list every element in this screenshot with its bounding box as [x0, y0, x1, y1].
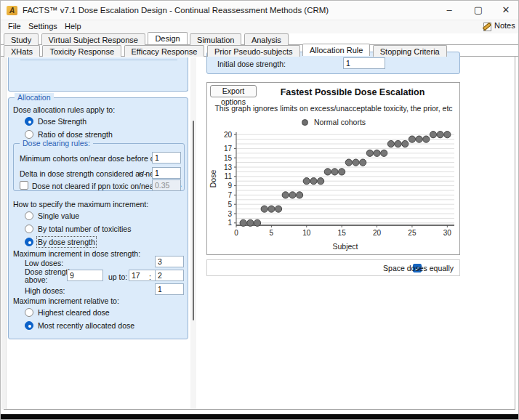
- menu-help[interactable]: Help: [65, 22, 81, 31]
- radio-ratio-dose-strength[interactable]: [25, 130, 33, 139]
- min-cohorts-input[interactable]: [152, 152, 181, 163]
- dose-clearing-rules-caption: Dose clearing rules:: [20, 139, 93, 148]
- mid-from-input[interactable]: [67, 270, 103, 281]
- increment-strength-label: Maximum increment in dose strength:: [13, 249, 140, 258]
- title-bar: A FACTS™ v7.1 Dose Escalation Design - C…: [1, 1, 518, 20]
- not-cleared-input: [152, 179, 181, 191]
- mid-colon-label: :: [149, 272, 151, 281]
- apply-to-label: Dose allocation rules apply to:: [13, 105, 115, 114]
- delta-near-input[interactable]: [152, 167, 181, 179]
- svg-text:5: 5: [228, 201, 232, 209]
- tab-stopping-criteria[interactable]: Stopping Criteria: [373, 45, 447, 57]
- tab-xhats[interactable]: XHats: [4, 45, 40, 57]
- radio-most-recent[interactable]: [25, 321, 33, 330]
- chart-legend: Normal cohorts: [207, 118, 460, 126]
- svg-text:17: 17: [224, 145, 233, 153]
- close-button[interactable]: ✕: [494, 1, 518, 20]
- scrolled-group-partial: [8, 57, 188, 92]
- app-logo-icon: A: [7, 6, 17, 15]
- tab-design[interactable]: Design: [148, 32, 187, 44]
- svg-text:13: 13: [224, 163, 233, 171]
- radio-dose-strength[interactable]: [25, 117, 33, 126]
- radio-by-dose-strength-label[interactable]: By dose strength: [38, 238, 95, 246]
- radio-highest-cleared[interactable]: [25, 308, 33, 317]
- menu-file[interactable]: File: [8, 22, 21, 31]
- app-window: A FACTS™ v7.1 Dose Escalation Design - C…: [0, 0, 519, 420]
- menu-settings[interactable]: Settings: [28, 22, 57, 31]
- notes-button[interactable]: Notes: [483, 21, 517, 33]
- svg-text:30: 30: [443, 229, 452, 237]
- radio-dose-strength-label[interactable]: Dose Strength: [38, 117, 86, 126]
- svg-text:15: 15: [224, 154, 233, 162]
- svg-text:20: 20: [224, 131, 233, 139]
- space-doses-label[interactable]: Space doses equally: [383, 264, 454, 272]
- radio-most-recent-label[interactable]: Most recently allocated dose: [38, 321, 134, 330]
- svg-text:Dose: Dose: [209, 170, 217, 188]
- bottom-edge: [0, 414, 519, 420]
- relative-to-label: Maximum increment relative to:: [13, 296, 119, 305]
- radio-highest-cleared-label[interactable]: Highest cleared dose: [38, 308, 110, 317]
- svg-text:15: 15: [338, 229, 347, 237]
- space-doses-bar: ✓ Space doses equally: [206, 259, 460, 276]
- max-increment-label: How to specify the maximum increment:: [13, 200, 148, 209]
- svg-text:25: 25: [408, 229, 417, 237]
- notes-label: Notes: [494, 21, 515, 30]
- svg-text:20: 20: [373, 229, 382, 237]
- low-doses-input[interactable]: [155, 256, 184, 267]
- dose-clearing-rules-group: Dose clearing rules: Minimum cohorts on/…: [13, 143, 185, 191]
- radio-ratio-dose-strength-label[interactable]: Ratio of dose strength: [38, 130, 113, 139]
- svg-text:3: 3: [228, 210, 232, 218]
- svg-text:5: 5: [270, 229, 274, 237]
- left-scroll-track[interactable]: [1, 57, 7, 409]
- upto-label: up to:: [108, 272, 127, 281]
- dose-escalation-scatter-plot: 135791113151720051015202530SubjectDose: [207, 126, 460, 254]
- svg-text:0: 0: [234, 229, 238, 237]
- legend-marker-icon: [302, 119, 308, 126]
- initial-dose-label: Initial dose strength:: [217, 60, 286, 68]
- radio-single-value[interactable]: [25, 211, 33, 220]
- window-title: FACTS™ v7.1 Dose Escalation Design - Con…: [23, 6, 329, 15]
- radio-total-toxicities[interactable]: [25, 225, 33, 233]
- svg-text:Subject: Subject: [332, 242, 358, 251]
- mid-doses-label-line2: above:: [25, 275, 48, 284]
- mid-increment-input[interactable]: [155, 270, 184, 281]
- tab-allocation-rule[interactable]: Allocation Rule: [302, 44, 370, 56]
- tab-prior-pseudo-subjects[interactable]: Prior Pseudo-subjects: [207, 45, 300, 57]
- scrolled-group-inner-edge: [20, 60, 177, 60]
- maximize-button[interactable]: ▢: [466, 1, 491, 20]
- initial-dose-input[interactable]: [343, 57, 385, 69]
- allocation-group: Allocation Dose allocation rules apply t…: [8, 97, 188, 339]
- high-doses-label: High doses:: [25, 286, 65, 295]
- tab-efficacy-response[interactable]: Efficacy Response: [124, 45, 205, 57]
- low-doses-label: Low doses:: [25, 259, 63, 267]
- radio-by-dose-strength[interactable]: [25, 238, 33, 246]
- tab-toxicity-response[interactable]: Toxicity Response: [42, 45, 121, 57]
- scrollbar-thumb[interactable]: [193, 121, 194, 320]
- svg-text:7: 7: [228, 191, 232, 199]
- allocation-caption: Allocation: [15, 93, 54, 102]
- svg-text:9: 9: [228, 182, 232, 190]
- svg-text:1: 1: [228, 219, 232, 227]
- not-cleared-checkbox[interactable]: [20, 181, 28, 190]
- legend-label: Normal cohorts: [314, 118, 366, 126]
- svg-text:10: 10: [302, 229, 311, 237]
- chart-subtitle: This graph ignores limits on excess/unac…: [207, 104, 460, 113]
- mid-to-input[interactable]: [129, 270, 158, 281]
- high-doses-input[interactable]: [155, 283, 184, 295]
- radio-single-value-label[interactable]: Single value: [38, 211, 79, 220]
- delta-prefix-label: +/-: [137, 169, 147, 178]
- secondary-tab-strip: XHats Toxicity Response Efficacy Respons…: [1, 45, 518, 57]
- vertical-scrollbar[interactable]: [190, 57, 196, 409]
- chart-panel: Export options Fastest Possible Dose Esc…: [206, 82, 460, 255]
- radio-total-toxicities-label[interactable]: By total number of toxicities: [38, 225, 131, 233]
- export-options-button[interactable]: Export options: [210, 85, 257, 97]
- svg-text:11: 11: [225, 172, 233, 180]
- notes-icon: [483, 23, 491, 31]
- minimize-button[interactable]: –: [437, 1, 462, 20]
- chart-title: Fastest Possible Dose Escalation: [251, 87, 454, 97]
